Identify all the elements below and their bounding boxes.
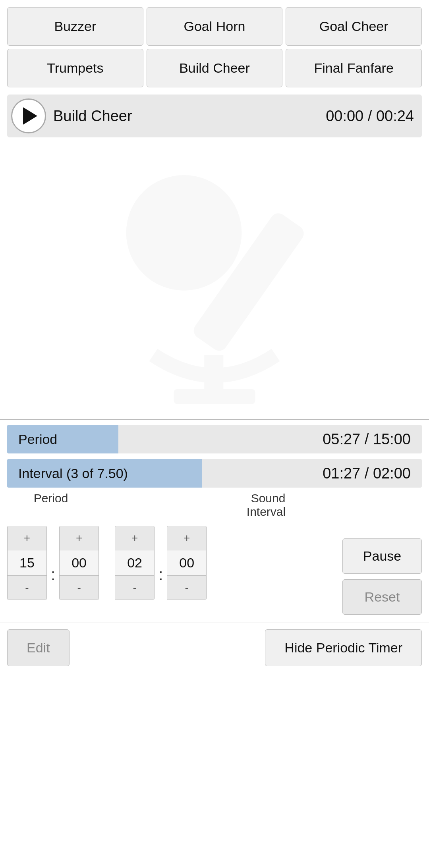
period-minutes-plus[interactable]: + — [8, 526, 46, 550]
goal-horn-button[interactable]: Goal Horn — [147, 7, 283, 46]
interval-timer-row: Interval (3 of 7.50) 01:27 / 02:00 — [7, 459, 422, 488]
interval-timer-value: 01:27 / 02:00 — [202, 465, 422, 482]
player-bar: Build Cheer 00:00 / 00:24 — [7, 95, 422, 137]
pause-button[interactable]: Pause — [342, 538, 422, 574]
sound-buttons-row1: Buzzer Goal Horn Goal Cheer — [0, 0, 429, 49]
interval-minutes-spinner: + 02 - — [115, 526, 155, 600]
player-title: Build Cheer — [53, 108, 132, 125]
build-cheer-button[interactable]: Build Cheer — [147, 49, 283, 87]
play-icon — [23, 107, 37, 125]
player-info: Build Cheer 00:00 / 00:24 — [53, 108, 414, 125]
microphone-icon — [105, 151, 324, 409]
controls-section: + 15 - : + 00 - + 02 - : + 00 — [0, 519, 429, 619]
interval-minutes-value: 02 — [115, 550, 154, 575]
interval-timer-label: Interval (3 of 7.50) — [7, 459, 202, 488]
trumpets-button[interactable]: Trumpets — [7, 49, 143, 87]
goal-cheer-button[interactable]: Goal Cheer — [286, 7, 422, 46]
player-time: 00:00 / 00:24 — [326, 108, 414, 125]
period-minutes-minus[interactable]: - — [8, 575, 46, 600]
play-button[interactable] — [11, 98, 46, 133]
mic-watermark-area — [0, 141, 429, 419]
interval-minutes-plus[interactable]: + — [115, 526, 154, 550]
svg-rect-3 — [174, 389, 255, 404]
period-colon: : — [51, 566, 55, 584]
hide-periodic-timer-button[interactable]: Hide Periodic Timer — [265, 629, 422, 666]
period-column-label: Period — [7, 492, 95, 519]
interval-minutes-minus[interactable]: - — [115, 575, 154, 600]
period-seconds-value: 00 — [60, 550, 99, 575]
period-timer-row: Period 05:27 / 15:00 — [7, 425, 422, 453]
svg-point-0 — [126, 175, 242, 291]
bottom-bar: Edit Hide Periodic Timer — [0, 623, 429, 673]
interval-seconds-plus[interactable]: + — [167, 526, 206, 550]
period-timer-value: 05:27 / 15:00 — [118, 431, 422, 448]
interval-seconds-minus[interactable]: - — [167, 575, 206, 600]
sound-interval-column-label: Sound Interval — [110, 492, 422, 519]
bottom-panel: Period 05:27 / 15:00 Interval (3 of 7.50… — [0, 419, 429, 673]
interval-spinner-group: + 02 - : + 00 - — [115, 526, 207, 600]
period-minutes-value: 15 — [8, 550, 46, 575]
period-seconds-plus[interactable]: + — [60, 526, 99, 550]
interval-seconds-spinner: + 00 - — [167, 526, 207, 600]
period-seconds-minus[interactable]: - — [60, 575, 99, 600]
final-fanfare-button[interactable]: Final Fanfare — [286, 49, 422, 87]
buzzer-button[interactable]: Buzzer — [7, 7, 143, 46]
interval-colon: : — [158, 566, 163, 584]
period-timer-label: Period — [7, 425, 118, 453]
period-seconds-spinner: + 00 - — [59, 526, 99, 600]
period-minutes-spinner: + 15 - — [7, 526, 47, 600]
svg-rect-2 — [204, 355, 223, 392]
sound-buttons-row2: Trumpets Build Cheer Final Fanfare — [0, 49, 429, 91]
reset-button[interactable]: Reset — [342, 579, 422, 615]
controls-header: Period Sound Interval — [0, 488, 429, 519]
edit-button[interactable]: Edit — [7, 629, 70, 666]
action-buttons: Pause Reset — [342, 538, 422, 615]
interval-seconds-value: 00 — [167, 550, 206, 575]
period-spinner-group: + 15 - : + 00 - — [7, 526, 99, 600]
